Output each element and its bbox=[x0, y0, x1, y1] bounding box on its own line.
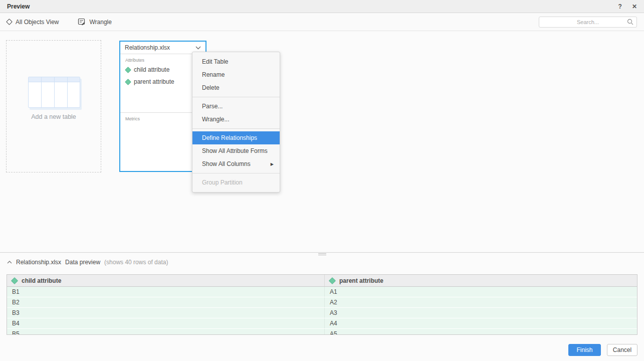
toolbar: All Objects View Wrangle bbox=[0, 13, 644, 31]
table-cell: A1 bbox=[325, 287, 637, 297]
table-row: B1A1 bbox=[7, 287, 637, 297]
table-row: B5A5 bbox=[7, 329, 637, 335]
preview-note: (shows 40 rows of data) bbox=[104, 259, 168, 266]
column-header-label: child attribute bbox=[22, 277, 61, 284]
table-cell: B1 bbox=[7, 287, 325, 297]
menu-item-parse[interactable]: Parse... bbox=[192, 100, 280, 113]
add-table-label: Add a new table bbox=[7, 113, 101, 120]
table-row: B3A3 bbox=[7, 308, 637, 318]
data-preview-header: Relationship.xlsx Data preview (shows 40… bbox=[7, 259, 168, 266]
attribute-diamond-icon bbox=[125, 67, 131, 73]
table-header-row: child attribute parent attribute bbox=[7, 275, 637, 287]
menu-item-label: Define Relationships bbox=[202, 134, 274, 141]
menu-item-label: Parse... bbox=[202, 103, 274, 110]
wrangle-button[interactable]: Wrangle bbox=[78, 18, 111, 26]
menu-item-define-relationships[interactable]: Define Relationships bbox=[192, 131, 280, 144]
splitter-divider bbox=[0, 252, 644, 253]
splitter-drag-handle[interactable] bbox=[318, 253, 326, 256]
menu-separator bbox=[192, 97, 280, 97]
table-cell: B4 bbox=[7, 318, 325, 328]
column-header-child-attribute[interactable]: child attribute bbox=[7, 275, 325, 286]
table-body: B1A1B2A2B3A3B4A4B5A5 bbox=[7, 287, 637, 335]
preview-title: Data preview bbox=[65, 259, 100, 266]
menu-item-label: Group Partition bbox=[202, 179, 274, 186]
attribute-diamond-icon bbox=[11, 277, 18, 284]
menu-item-delete[interactable]: Delete bbox=[192, 81, 280, 94]
wrangle-icon bbox=[78, 18, 85, 26]
menu-item-label: Show All Columns bbox=[202, 160, 271, 167]
menu-item-show-all-attribute-forms[interactable]: Show All Attribute Forms bbox=[192, 144, 280, 157]
menu-item-rename[interactable]: Rename bbox=[192, 68, 280, 81]
table-card-title: Relationship.xlsx bbox=[125, 44, 195, 51]
search-input[interactable] bbox=[539, 17, 637, 28]
menu-item-label: Edit Table bbox=[202, 58, 274, 65]
preview-file-name: Relationship.xlsx bbox=[16, 259, 61, 266]
data-preview-table: child attribute parent attribute B1A1B2A… bbox=[7, 274, 637, 335]
window-title: Preview bbox=[7, 3, 30, 10]
column-header-parent-attribute[interactable]: parent attribute bbox=[325, 275, 637, 286]
table-cell: B2 bbox=[7, 297, 325, 307]
menu-item-label: Show All Attribute Forms bbox=[202, 147, 274, 154]
search-icon[interactable] bbox=[627, 19, 633, 25]
cancel-button[interactable]: Cancel bbox=[607, 344, 637, 356]
table-cell: A5 bbox=[325, 329, 637, 335]
all-objects-view-button[interactable]: All Objects View bbox=[7, 19, 59, 26]
menu-item-label: Rename bbox=[202, 71, 274, 78]
search-box bbox=[539, 17, 637, 28]
menu-item-label: Delete bbox=[202, 84, 274, 91]
help-icon[interactable]: ? bbox=[618, 4, 622, 10]
table-cell: A3 bbox=[325, 308, 637, 318]
finish-button[interactable]: Finish bbox=[568, 344, 601, 356]
menu-separator bbox=[192, 128, 280, 129]
attribute-item-label: child attribute bbox=[134, 66, 169, 73]
table-cell: A2 bbox=[325, 297, 637, 307]
attribute-diamond-icon bbox=[125, 79, 131, 85]
diamond-outline-icon bbox=[6, 19, 13, 25]
menu-item-group-partition: Group Partition bbox=[192, 176, 280, 189]
table-row: B4A4 bbox=[7, 318, 637, 329]
titlebar: Preview ? ✕ bbox=[0, 0, 644, 13]
context-menu: Edit TableRenameDeleteParse...Wrangle...… bbox=[192, 52, 280, 193]
table-cell: B3 bbox=[7, 308, 325, 318]
menu-item-show-all-columns[interactable]: Show All Columns▶ bbox=[192, 157, 280, 170]
attribute-diamond-icon bbox=[329, 277, 336, 284]
close-icon[interactable]: ✕ bbox=[632, 4, 637, 10]
table-cell: A4 bbox=[325, 318, 637, 328]
menu-item-edit-table[interactable]: Edit Table bbox=[192, 55, 280, 68]
table-row: B2A2 bbox=[7, 297, 637, 308]
table-cell: B5 bbox=[7, 329, 325, 335]
add-table-icon bbox=[28, 77, 80, 108]
wrangle-label: Wrangle bbox=[89, 19, 111, 26]
menu-separator bbox=[192, 173, 280, 173]
column-header-label: parent attribute bbox=[339, 277, 383, 284]
add-table-card[interactable]: Add a new table bbox=[6, 40, 101, 172]
menu-item-label: Wrangle... bbox=[202, 116, 274, 123]
all-objects-view-label: All Objects View bbox=[16, 19, 59, 26]
submenu-arrow-icon: ▶ bbox=[271, 162, 274, 166]
chevron-down-icon[interactable] bbox=[195, 46, 201, 50]
menu-item-wrangle[interactable]: Wrangle... bbox=[192, 113, 280, 126]
attribute-item-label: parent attribute bbox=[134, 78, 174, 85]
collapse-chevron-up-icon[interactable] bbox=[7, 261, 12, 264]
